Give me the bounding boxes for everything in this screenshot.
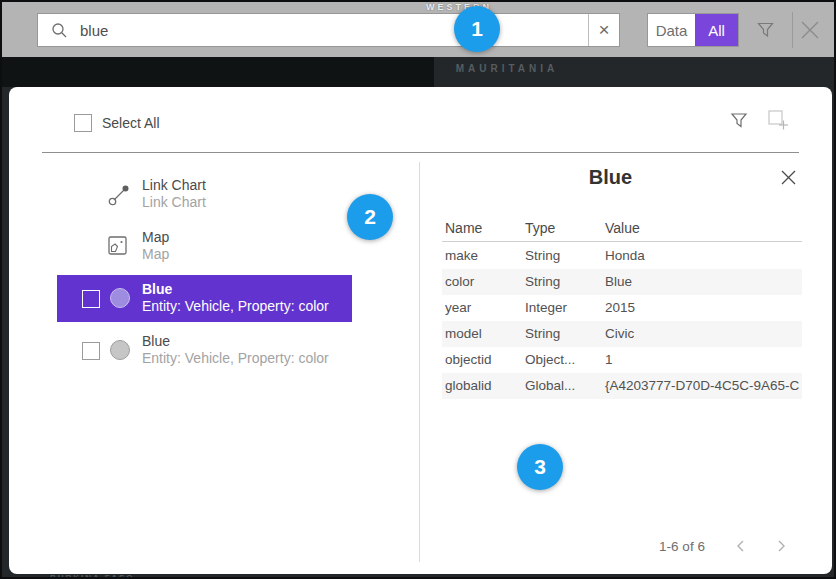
list-item-text: Blue Entity: Vehicle, Property: color [142, 333, 329, 367]
table-row: model String Civic [442, 321, 802, 347]
list-item-subtitle: Entity: Vehicle, Property: color [142, 350, 329, 367]
list-item-text: Blue Entity: Vehicle, Property: color [142, 281, 329, 315]
chevron-right-icon[interactable] [774, 539, 788, 553]
cell-value: 2015 [605, 295, 800, 321]
cell-name: model [445, 321, 521, 347]
cell-type: Integer [525, 295, 601, 321]
table-row: year Integer 2015 [442, 295, 802, 321]
entity-circle-icon [110, 340, 130, 360]
list-item-title: Blue [142, 333, 329, 350]
mode-all-button[interactable]: All [695, 14, 738, 46]
table-header-divider [442, 241, 802, 242]
search-mode-toggle: Data All [647, 13, 739, 47]
column-header-name: Name [445, 220, 482, 236]
search-toolbar: WESTERN SAHARA × Data All [2, 2, 836, 57]
table-row: make String Honda [442, 243, 802, 269]
search-results-panel: Select All Link Chart Link Chart Map Ma [9, 87, 832, 574]
cell-name: color [445, 269, 521, 295]
list-item-subtitle: Entity: Vehicle, Property: color [142, 298, 329, 315]
map-country-label: MAURITANIA [442, 63, 572, 74]
column-header-value: Value [605, 220, 640, 236]
table-row: globalid Global... {A4203777-D70D-4C5C-9… [442, 373, 802, 399]
cell-name: year [445, 295, 521, 321]
select-all-checkbox[interactable] [74, 114, 92, 132]
list-item-text: Link Chart Link Chart [142, 177, 206, 211]
search-input[interactable] [78, 21, 588, 40]
cell-value: Civic [605, 321, 800, 347]
list-item-title: Map [142, 229, 169, 246]
cell-type: Global... [525, 373, 601, 399]
chevron-left-icon[interactable] [734, 539, 748, 553]
list-item-text: Map Map [142, 229, 169, 263]
list-item-map[interactable]: Map Map [57, 223, 352, 270]
annotation-callout-1: 1 [454, 6, 500, 52]
add-to-selection-icon[interactable] [766, 108, 790, 132]
close-search-icon[interactable] [799, 19, 821, 41]
mode-data-button[interactable]: Data [648, 14, 695, 46]
list-item-title: Link Chart [142, 177, 206, 194]
cell-type: String [525, 321, 601, 347]
toolbar-divider [792, 12, 793, 48]
filter-icon[interactable] [756, 21, 775, 39]
entity-circle-icon [110, 288, 130, 308]
header-divider [42, 152, 799, 153]
annotation-callout-3: 3 [517, 444, 563, 490]
list-item-title: Blue [142, 281, 329, 298]
cell-value: Honda [605, 243, 800, 269]
link-chart-icon [107, 183, 131, 207]
cell-type: Object... [525, 347, 601, 373]
map-background [2, 55, 434, 87]
search-icon [51, 22, 68, 39]
table-row: color String Blue [442, 269, 802, 295]
cell-name: make [445, 243, 521, 269]
cell-name: objectid [445, 347, 521, 373]
details-close-icon[interactable] [780, 169, 797, 186]
column-header-type: Type [525, 220, 555, 236]
table-row: objectid Object... 1 [442, 347, 802, 373]
pagination-range: 1-6 of 6 [637, 539, 727, 554]
list-item-blue[interactable]: Blue Entity: Vehicle, Property: color [57, 327, 352, 374]
map-icon [107, 235, 129, 257]
item-checkbox[interactable] [82, 342, 100, 360]
list-item-link-chart[interactable]: Link Chart Link Chart [57, 171, 352, 218]
cell-type: String [525, 269, 601, 295]
screenshot-frame: MAURITANIA BURKINA FASO WESTERN SAHARA ×… [0, 0, 836, 579]
cell-name: globalid [445, 373, 521, 399]
results-filter-icon[interactable] [730, 112, 748, 129]
list-item-subtitle: Link Chart [142, 194, 206, 211]
list-item-subtitle: Map [142, 246, 169, 263]
cell-value: 1 [605, 347, 800, 373]
list-item-blue-selected[interactable]: Blue Entity: Vehicle, Property: color [57, 275, 352, 322]
cell-type: String [525, 243, 601, 269]
item-checkbox[interactable] [82, 290, 100, 308]
select-all-label: Select All [102, 115, 160, 131]
cell-value: {A4203777-D70D-4C5C-9A65-C... [605, 373, 800, 399]
cell-value: Blue [605, 269, 800, 295]
column-divider [419, 162, 420, 562]
annotation-callout-2: 2 [347, 194, 393, 240]
search-input-group: × [37, 13, 620, 47]
clear-search-button[interactable]: × [588, 14, 619, 46]
details-title: Blue [419, 166, 802, 189]
